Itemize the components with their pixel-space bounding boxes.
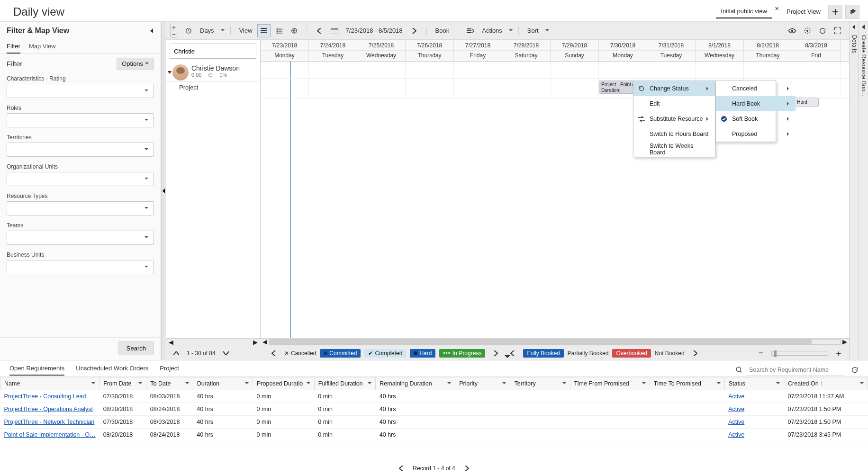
calendar-hscroll[interactable]: ◀ ▶ xyxy=(261,338,849,345)
calendar-day-header[interactable]: 7/31/2018 Tuesday xyxy=(647,40,696,61)
column-header[interactable]: From Date xyxy=(99,377,146,390)
legend-prev-icon[interactable] xyxy=(267,347,280,360)
filter-options-button[interactable]: Options xyxy=(117,58,154,70)
calendar-day-header[interactable]: 7/27/2018 Friday xyxy=(454,40,502,61)
requirement-link[interactable]: ProjectThree - Network Technician xyxy=(4,419,95,425)
scroll-up-icon[interactable] xyxy=(170,347,183,360)
context-item[interactable]: Proposed xyxy=(716,126,796,142)
calendar-cell[interactable] xyxy=(357,62,406,78)
sort-label[interactable]: Sort xyxy=(524,27,542,34)
calendar-day-header[interactable]: 7/26/2018 Thursday xyxy=(406,40,454,61)
days-label[interactable]: Days xyxy=(197,27,217,34)
calendar-cell[interactable] xyxy=(792,62,841,78)
context-item[interactable]: Canceled xyxy=(716,81,796,96)
view-project[interactable]: Project View xyxy=(782,5,825,18)
resource-row[interactable]: Christie Dawson 0:00 0% xyxy=(166,63,260,82)
legend2-next-icon[interactable] xyxy=(688,347,702,360)
chevron-down-icon[interactable] xyxy=(640,380,646,387)
collapse-left-icon[interactable] xyxy=(150,28,154,33)
calendar-day-header[interactable]: 8/1/2018 Wednesday xyxy=(696,40,744,61)
chevron-down-icon[interactable] xyxy=(136,380,142,387)
column-header[interactable]: Time From Promised xyxy=(570,377,650,390)
tab-filter[interactable]: Filter xyxy=(7,40,20,54)
column-header[interactable]: Time To Promised xyxy=(650,377,724,390)
calendar-cell[interactable] xyxy=(309,79,357,98)
filter-search-button[interactable]: Search xyxy=(118,341,154,355)
refresh-icon[interactable] xyxy=(816,24,829,37)
filter-dropdown[interactable] xyxy=(7,143,154,157)
calendar-cell[interactable] xyxy=(744,62,792,78)
book-button[interactable]: Book xyxy=(433,27,452,34)
hscroll-left-icon[interactable]: ◀ xyxy=(261,338,269,345)
calendar-cell[interactable] xyxy=(696,62,744,78)
settings-button[interactable] xyxy=(845,5,859,19)
requirement-link[interactable]: ProjectThree - Operations Analyst xyxy=(4,406,93,412)
filter-dropdown[interactable] xyxy=(7,113,154,127)
chevron-down-icon[interactable] xyxy=(183,380,189,387)
status-link[interactable]: Active xyxy=(728,419,744,425)
status-link[interactable]: Active xyxy=(728,393,744,400)
calendar-cell[interactable] xyxy=(502,62,551,78)
rail-create-booking[interactable]: Create Resource Boo... xyxy=(859,22,868,360)
zoom-thumb[interactable] xyxy=(774,350,777,357)
filter-dropdown[interactable] xyxy=(7,84,154,98)
collapse-all-icon[interactable]: − xyxy=(171,31,177,37)
chevron-down-icon[interactable] xyxy=(715,380,721,387)
context-item[interactable]: Hard Book xyxy=(716,96,796,111)
filter-dropdown[interactable] xyxy=(7,231,154,245)
calendar-row[interactable] xyxy=(261,62,849,79)
calendar-day-header[interactable]: 7/25/2018 Wednesday xyxy=(357,40,406,61)
context-item[interactable]: Change Status xyxy=(633,81,715,96)
scroll-down-icon[interactable] xyxy=(219,347,233,360)
chevron-down-icon[interactable] xyxy=(507,27,513,34)
calendar-cell[interactable] xyxy=(599,62,647,78)
chevron-down-icon[interactable] xyxy=(445,380,451,387)
context-item[interactable]: Substitute Resource xyxy=(633,111,715,126)
panel-resize-handle[interactable] xyxy=(161,22,166,360)
requirement-link[interactable]: ProjectThree - Consulting Lead xyxy=(4,393,86,400)
calendar-day-header[interactable]: 7/30/2018 Monday xyxy=(599,40,647,61)
calendar-cell[interactable] xyxy=(309,62,357,78)
calendar-cell[interactable] xyxy=(454,79,502,98)
calendar-icon[interactable] xyxy=(328,24,341,37)
chevron-down-icon[interactable] xyxy=(305,380,310,387)
filter-dropdown[interactable] xyxy=(7,260,154,274)
view-globe-icon[interactable] xyxy=(288,24,301,37)
column-header[interactable]: Priority xyxy=(455,377,510,390)
hscroll-right-icon[interactable]: ▶ xyxy=(841,338,849,345)
search-icon[interactable] xyxy=(735,366,743,374)
view-list-icon[interactable] xyxy=(257,24,271,37)
filter-dropdown[interactable] xyxy=(7,172,154,186)
requirement-link[interactable]: Point of Sale Implementation - O… xyxy=(4,431,96,438)
calendar-cell[interactable] xyxy=(551,79,599,98)
calendar-cell[interactable] xyxy=(792,79,841,98)
hscroll-right-icon[interactable]: ▶ xyxy=(253,339,258,346)
view-initial-public[interactable]: Initial public view xyxy=(716,5,772,18)
close-view-icon[interactable]: ✕ xyxy=(775,6,779,12)
chevron-down-icon[interactable] xyxy=(500,380,506,387)
table-row[interactable]: Point of Sale Implementation - O… 08/20/… xyxy=(0,429,868,441)
expand-resource-icon[interactable] xyxy=(168,71,172,74)
requirements-search-input[interactable] xyxy=(746,364,845,376)
page-next-icon[interactable] xyxy=(460,462,473,475)
add-view-button[interactable] xyxy=(828,5,842,19)
column-header[interactable]: Fulfilled Duration xyxy=(314,377,375,390)
calendar-cell[interactable] xyxy=(261,62,309,78)
actions-label[interactable]: Actions xyxy=(479,27,505,34)
calendar-cell[interactable] xyxy=(406,62,454,78)
calendar-cell[interactable] xyxy=(647,62,696,78)
column-header[interactable]: Name xyxy=(0,377,99,390)
rail-details[interactable]: Details xyxy=(849,22,859,360)
actions-icon[interactable] xyxy=(464,24,477,37)
calendar-cell[interactable] xyxy=(357,79,406,98)
calendar-cell[interactable] xyxy=(454,62,502,78)
chevron-down-icon[interactable] xyxy=(561,380,566,387)
calendar-day-header[interactable]: 8/2/2018 Thursday xyxy=(744,40,792,61)
zoom-slider[interactable] xyxy=(771,351,828,356)
tab-unscheduled[interactable]: Unscheduled Work Orders xyxy=(76,365,148,376)
refresh-time-icon[interactable] xyxy=(182,24,195,37)
prev-range-button[interactable] xyxy=(313,24,326,37)
refresh-icon[interactable] xyxy=(848,363,861,376)
hscroll-left-icon[interactable]: ◀ xyxy=(169,339,173,346)
gear-icon[interactable] xyxy=(801,24,814,37)
